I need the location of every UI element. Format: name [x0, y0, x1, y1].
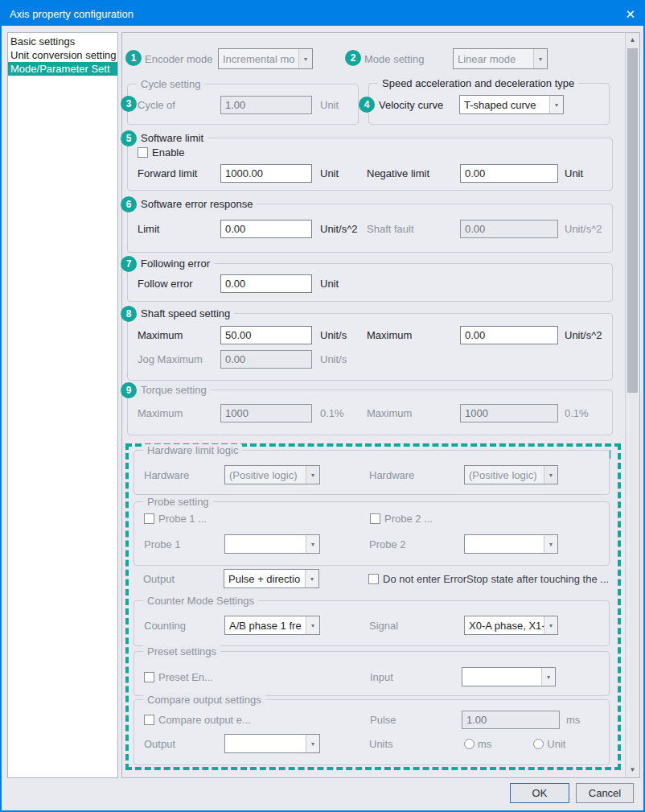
- units-ms-label: ms: [478, 738, 491, 750]
- max-acc-unit: Unit/s^2: [565, 329, 602, 341]
- encoder-mode-value: Incremental mo: [219, 53, 298, 65]
- scroll-down-icon[interactable]: ▼: [626, 764, 639, 777]
- output-mode-dropdown[interactable]: Pulse + directio ▾: [224, 569, 319, 588]
- max-speed-unit: Unit/s: [320, 329, 367, 341]
- ok-button[interactable]: OK: [510, 783, 569, 803]
- counter-mode-group: Counter Mode Settings Counting A/B phase…: [134, 600, 610, 646]
- counting-label: Counting: [144, 620, 224, 632]
- encoder-mode-label: Encoder mode: [145, 53, 213, 65]
- probe-setting-group: Probe setting Probe 1 ... Probe 2 ... Pr…: [134, 501, 610, 566]
- probe1-checkbox[interactable]: [144, 513, 154, 524]
- sidebar-item-basic-settings[interactable]: Basic settings: [8, 35, 117, 48]
- max-speed-input[interactable]: [220, 326, 312, 344]
- counting-value: A/B phase 1 fre: [225, 620, 306, 632]
- error-limit-input[interactable]: [220, 220, 312, 238]
- probe2-checkbox[interactable]: [370, 513, 380, 524]
- units-ms-radio[interactable]: [464, 739, 475, 749]
- speed-type-title: Speed acceleration and deceleration type: [378, 77, 578, 89]
- chevron-down-icon: ▾: [544, 466, 557, 484]
- units-unit-label: Unit: [547, 738, 565, 750]
- torque-max2-unit: 0.1%: [565, 407, 589, 419]
- output-mode-row: Output Pulse + directio ▾ Do not enter E…: [143, 569, 609, 588]
- step-9-badge: 9: [121, 382, 137, 398]
- software-error-group: Software error response 6 Limit Unit/s^2…: [127, 204, 613, 253]
- step-8-badge: 8: [121, 306, 137, 322]
- preset-settings-group: Preset settings Preset En... Input ▾: [134, 651, 610, 696]
- cancel-button[interactable]: Cancel: [576, 783, 634, 803]
- jog-max-input[interactable]: [220, 350, 312, 369]
- counter-mode-title: Counter Mode Settings: [143, 595, 258, 607]
- compare-output-title: Compare output settings: [143, 694, 265, 706]
- probe1-dropdown[interactable]: ▾: [224, 534, 320, 554]
- negative-limit-input[interactable]: [460, 164, 558, 183]
- torque-max1-input[interactable]: [220, 404, 312, 422]
- forward-limit-input[interactable]: [220, 164, 312, 183]
- velocity-curve-label: Velocity curve: [379, 99, 459, 111]
- mode-parameter-panel: 1 Encoder mode Incremental mo ▾ 2 Mode s…: [121, 32, 640, 778]
- compare-enable-label: Compare output e...: [158, 714, 251, 726]
- probe2-dropdown[interactable]: ▾: [464, 534, 558, 554]
- axis-property-dialog: Axis property configuration ✕ Basic sett…: [0, 0, 645, 812]
- chevron-down-icon: ▾: [298, 49, 312, 68]
- probe1-check-label: Probe 1 ...: [158, 513, 207, 525]
- close-icon[interactable]: ✕: [625, 8, 635, 20]
- hardware2-dropdown[interactable]: (Positive logic) ▾: [464, 465, 558, 484]
- hardware2-value: (Positive logic): [465, 469, 544, 481]
- hardware1-dropdown[interactable]: (Positive logic) ▾: [224, 465, 320, 484]
- settings-nav-list: Basic settings Unit conversion setting M…: [7, 32, 118, 778]
- velocity-curve-dropdown[interactable]: T-shaped curve ▾: [459, 95, 564, 114]
- signal-label: Signal: [369, 620, 464, 632]
- mode-setting-value: Linear mode: [454, 53, 533, 65]
- max-acc-input[interactable]: [460, 326, 558, 344]
- shaft-fault-input[interactable]: [460, 220, 558, 238]
- compare-pulse-input[interactable]: [462, 711, 560, 729]
- compare-output-dropdown[interactable]: ▾: [224, 734, 320, 753]
- chevron-down-icon: ▾: [306, 466, 319, 484]
- preset-input-dropdown[interactable]: ▾: [462, 667, 556, 686]
- hardware1-label: Hardware: [144, 469, 224, 481]
- forward-limit-label: Forward limit: [138, 167, 220, 179]
- errorstop-checkbox[interactable]: [368, 574, 379, 584]
- sidebar-item-mode-parameter[interactable]: Mode/Parameter Sett: [8, 62, 117, 76]
- torque-max2-input[interactable]: [460, 404, 558, 422]
- sidebar-item-unit-conversion[interactable]: Unit conversion setting: [8, 48, 117, 62]
- cycle-setting-group: Cycle setting 3 Cycle of Unit: [127, 84, 359, 125]
- cycle-setting-title: Cycle setting: [137, 78, 204, 90]
- cycle-of-label: Cycle of: [138, 99, 220, 111]
- speed-type-group: Speed acceleration and deceleration type…: [368, 83, 610, 125]
- software-limit-enable-checkbox[interactable]: [138, 147, 148, 158]
- units-unit-radio[interactable]: [533, 739, 544, 749]
- compare-enable-checkbox[interactable]: [144, 715, 154, 725]
- preset-enable-checkbox[interactable]: [144, 672, 154, 682]
- probe2-label: Probe 2: [369, 538, 464, 550]
- counting-dropdown[interactable]: A/B phase 1 fre ▾: [224, 616, 320, 635]
- preset-enable-label: Preset En...: [158, 671, 213, 683]
- probe-setting-title: Probe setting: [143, 496, 213, 508]
- titlebar: Axis property configuration ✕: [2, 2, 643, 26]
- hardware2-label: Hardware: [369, 469, 464, 481]
- shaft-speed-group: Shaft speed setting 8 Maximum Unit/s Max…: [127, 313, 613, 381]
- chevron-down-icon: ▾: [544, 535, 557, 553]
- scroll-up-icon[interactable]: ▲: [626, 34, 639, 47]
- shaft-speed-title: Shaft speed setting: [137, 307, 234, 319]
- encoder-mode-dropdown[interactable]: Incremental mo ▾: [218, 48, 313, 69]
- step-4-badge: 4: [359, 97, 375, 113]
- shaft-fault-label: Shaft fault: [367, 223, 460, 235]
- chevron-down-icon: ▾: [544, 616, 557, 634]
- chevron-down-icon: ▾: [549, 96, 563, 113]
- software-limit-title: Software limit: [137, 132, 207, 144]
- following-error-group: Following error 7 Follow error Unit: [127, 263, 613, 302]
- compare-output-group: Compare output settings Compare output e…: [134, 699, 610, 765]
- torque-max1-label: Maximum: [138, 407, 220, 419]
- scrollbar-thumb[interactable]: [627, 48, 638, 393]
- follow-error-input[interactable]: [220, 274, 312, 293]
- torque-max1-unit: 0.1%: [320, 407, 367, 419]
- cycle-of-input[interactable]: [220, 96, 312, 114]
- error-limit-label: Limit: [138, 223, 220, 235]
- errorstop-check-label: Do not enter ErrorStop state after touch…: [383, 573, 609, 585]
- mode-setting-dropdown[interactable]: Linear mode ▾: [453, 48, 548, 69]
- follow-error-label: Follow error: [138, 278, 220, 290]
- preset-settings-title: Preset settings: [143, 645, 220, 657]
- signal-dropdown[interactable]: X0-A phase, X1- ▾: [464, 616, 558, 635]
- window-title: Axis property configuration: [10, 8, 625, 20]
